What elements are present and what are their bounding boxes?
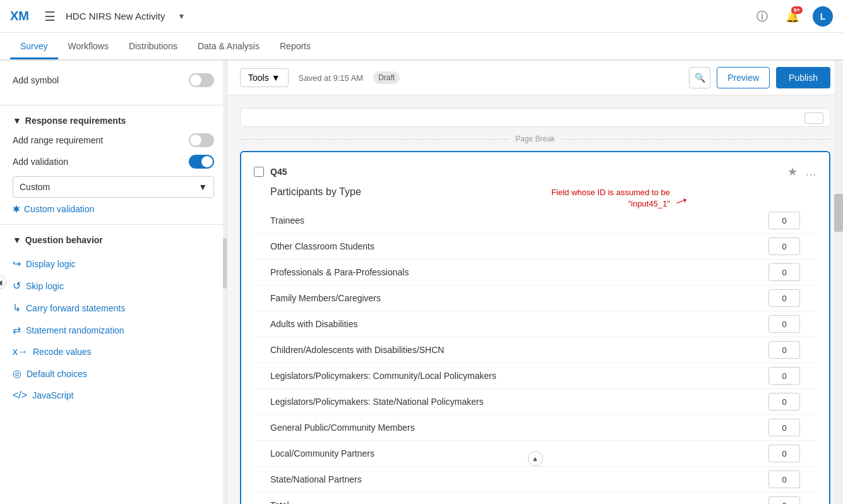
- javascript-icon: </>: [13, 390, 27, 401]
- row-label: Local/Community Partners: [270, 448, 374, 459]
- publish-button[interactable]: Publish: [776, 67, 830, 88]
- table-row: Legislators/Policymakers: Community/Loca…: [254, 363, 816, 389]
- scroll-up-button[interactable]: ▲: [528, 451, 543, 466]
- add-symbol-toggle[interactable]: [189, 73, 214, 87]
- add-range-toggle[interactable]: [189, 133, 214, 147]
- custom-dropdown[interactable]: Custom ▼: [13, 176, 214, 198]
- question-header: Q45 ★ …: [254, 165, 816, 179]
- table-row: Legislators/Policymakers: State/National…: [254, 389, 816, 415]
- main-layout: Add symbol ▼ Response requirements Add r…: [0, 61, 843, 504]
- table-row: Children/Adolescents with Disabilities/S…: [254, 337, 816, 363]
- add-symbol-section: Add symbol: [0, 68, 227, 100]
- more-options-icon[interactable]: …: [805, 165, 816, 179]
- project-dropdown-icon[interactable]: ▼: [178, 12, 186, 21]
- add-symbol-row: Add symbol: [13, 73, 214, 87]
- row-label: Professionals & Para-Professionals: [270, 267, 409, 277]
- avatar[interactable]: L: [813, 6, 833, 27]
- carry-forward-label: Carry forward statements: [26, 303, 125, 313]
- add-symbol-label: Add symbol: [13, 75, 59, 85]
- top-bar: XM ☰ HDC NIRS New Activity ▼ ⓘ 🔔 9+ L: [0, 0, 843, 33]
- tab-distributions[interactable]: Distributions: [119, 35, 188, 59]
- help-button[interactable]: ⓘ: [752, 6, 772, 27]
- tools-dropdown-icon: ▼: [272, 73, 280, 83]
- row-label: Trainees: [270, 215, 304, 225]
- statement-randomization-label: Statement randomization: [26, 325, 124, 335]
- response-requirements-header[interactable]: ▼ Response requirements: [13, 116, 214, 126]
- row-input[interactable]: [768, 445, 800, 462]
- carry-forward-icon: ↳: [13, 302, 21, 314]
- statement-randomization-link[interactable]: ⇄ Statement randomization: [13, 319, 214, 341]
- row-input[interactable]: [768, 419, 800, 436]
- custom-validation-link[interactable]: ✱ Custom validation: [13, 204, 214, 214]
- row-input[interactable]: [768, 237, 800, 255]
- row-input[interactable]: [768, 289, 800, 307]
- default-choices-link[interactable]: ◎ Default choices: [13, 363, 214, 385]
- content-scrollbar[interactable]: [834, 61, 843, 504]
- javascript-label: JavaScript: [32, 390, 73, 400]
- display-logic-link[interactable]: ↪ Display logic: [13, 253, 214, 275]
- custom-validation-label: Custom validation: [24, 204, 94, 214]
- tab-survey[interactable]: Survey: [10, 35, 58, 59]
- menu-icon[interactable]: ☰: [44, 9, 56, 24]
- preview-button[interactable]: Preview: [717, 67, 770, 88]
- tab-reports[interactable]: Reports: [270, 35, 321, 59]
- table-row: Trainees: [254, 208, 816, 234]
- xm-logo[interactable]: XM: [10, 9, 29, 23]
- javascript-link[interactable]: </> JavaScript: [13, 385, 214, 406]
- toolbar-right: 🔍 Preview Publish: [689, 67, 830, 88]
- table-row: Family Members/Caregivers: [254, 285, 816, 311]
- notifications-button[interactable]: 🔔 9+: [782, 6, 803, 27]
- question-title: Participants by Type: [254, 186, 816, 198]
- table-row: State/National Partners: [254, 467, 816, 493]
- add-validation-row: Add validation: [13, 155, 214, 169]
- recode-values-icon: x→: [13, 346, 28, 357]
- add-validation-toggle[interactable]: [189, 155, 214, 169]
- row-input[interactable]: [768, 471, 800, 488]
- question-behavior-section: ▼ Question behavior ↪ Display logic ↺ Sk…: [0, 230, 227, 411]
- asterisk-icon: ✱: [13, 204, 20, 214]
- skip-logic-link[interactable]: ↺ Skip logic: [13, 275, 214, 297]
- add-validation-label: Add validation: [13, 157, 68, 167]
- table-row: Other Classroom Students: [254, 234, 816, 260]
- add-range-label: Add range requirement: [13, 135, 103, 145]
- row-input[interactable]: [768, 496, 800, 504]
- page-break: Page Break: [240, 135, 830, 143]
- recode-values-link[interactable]: x→ Recode values: [13, 341, 214, 363]
- question-checkbox[interactable]: [254, 167, 264, 177]
- search-icon: 🔍: [695, 73, 705, 83]
- carry-forward-link[interactable]: ↳ Carry forward statements: [13, 297, 214, 319]
- tab-data-analysis[interactable]: Data & Analysis: [188, 35, 270, 59]
- row-input[interactable]: [768, 212, 800, 229]
- table-row: Adults with Disabilities: [254, 311, 816, 337]
- tab-workflows[interactable]: Workflows: [58, 35, 119, 59]
- question-behavior-label: Question behavior: [25, 235, 103, 245]
- row-label: Children/Adolescents with Disabilities/S…: [270, 345, 444, 355]
- response-requirements-section: ▼ Response requirements Add range requir…: [0, 111, 227, 219]
- tab-bar: Survey Workflows Distributions Data & An…: [0, 33, 843, 61]
- row-input[interactable]: [768, 341, 800, 359]
- notification-badge: 9+: [791, 6, 803, 14]
- chevron-down-icon-2: ▼: [13, 235, 21, 245]
- recode-values-label: Recode values: [33, 347, 92, 357]
- sidebar-scrollbar-thumb[interactable]: [223, 238, 227, 289]
- chevron-down-icon: ▼: [13, 116, 21, 126]
- toggle-knob-2: [190, 135, 201, 146]
- content-scrollbar-thumb[interactable]: [834, 194, 843, 232]
- row-input[interactable]: [768, 315, 800, 333]
- question-behavior-header[interactable]: ▼ Question behavior: [13, 235, 214, 245]
- editor-toolbar: Tools ▼ Saved at 9:15 AM Draft 🔍 Preview…: [227, 61, 843, 95]
- row-input[interactable]: [768, 263, 800, 281]
- star-icon[interactable]: ★: [787, 165, 798, 179]
- search-button[interactable]: 🔍: [689, 67, 710, 88]
- divider-1: [0, 105, 227, 105]
- survey-content: Page Break Q45 ★ … Participants by Type …: [227, 95, 843, 504]
- row-input[interactable]: [768, 367, 800, 385]
- page-break-label: Page Break: [509, 135, 561, 143]
- dropdown-chevron-icon: ▼: [198, 182, 207, 192]
- skip-logic-icon: ↺: [13, 280, 21, 292]
- row-label: State/National Partners: [270, 474, 362, 484]
- table-row: Total: [254, 493, 816, 504]
- tools-button[interactable]: Tools ▼: [240, 68, 289, 87]
- sidebar-scrollbar[interactable]: [223, 61, 227, 504]
- row-input[interactable]: [768, 393, 800, 411]
